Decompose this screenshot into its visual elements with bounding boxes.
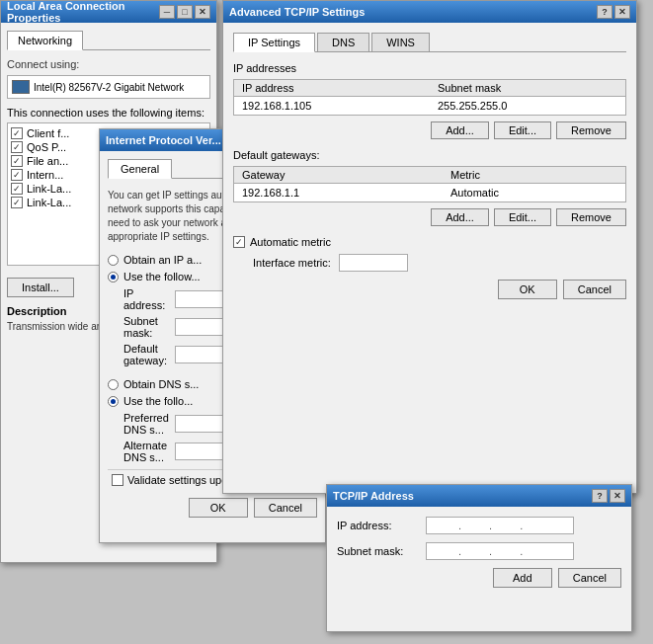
close-button[interactable]: ✕ xyxy=(195,5,210,19)
ipv4-cancel-button[interactable]: Cancel xyxy=(254,498,317,518)
advanced-title-bar: Advanced TCP/IP Settings ? ✕ xyxy=(223,1,636,23)
tcpip-add-cancel-row: Add Cancel xyxy=(337,568,621,588)
use-following-dns-label: Use the follo... xyxy=(123,395,193,407)
advanced-title-buttons: ? ✕ xyxy=(597,5,630,19)
gateway-actions: Add... Edit... Remove xyxy=(233,208,626,226)
table-row[interactable]: 192.168.1.105 255.255.255.0 xyxy=(234,97,626,116)
automatic-metric-checkbox[interactable] xyxy=(233,236,245,248)
tab-networking[interactable]: Networking xyxy=(7,31,83,50)
tcpip-add-button[interactable]: Add xyxy=(493,568,552,588)
connect-using-row: Intel(R) 82567V-2 Gigabit Network xyxy=(7,75,210,99)
adapter-name: Intel(R) 82567V-2 Gigabit Network xyxy=(34,82,184,93)
tcpip-subnet-input-group: . . . xyxy=(426,542,574,560)
tcpip-ip-label: IP address: xyxy=(337,520,426,531)
gw-edit-button[interactable]: Edit... xyxy=(494,208,551,226)
tcpip-cancel-button[interactable]: Cancel xyxy=(558,568,621,588)
tcpip-title-bar: TCP/IP Address ? ✕ xyxy=(327,485,631,507)
subnet-seg-1[interactable] xyxy=(431,545,458,557)
col-subnet-mask: Subnet mask xyxy=(430,80,626,97)
tcpip-ip-row: IP address: . . . xyxy=(337,517,621,534)
tab-general[interactable]: General xyxy=(108,159,172,179)
advanced-tcpip-window: Advanced TCP/IP Settings ? ✕ IP Settings… xyxy=(222,0,637,494)
auto-obtain-label: Obtain an IP a... xyxy=(123,254,202,266)
subnet-seg-3[interactable] xyxy=(492,545,520,557)
item-label-3: Intern... xyxy=(27,169,63,181)
ipv4-title: Internet Protocol Ver... xyxy=(106,134,221,146)
subnet-mask-label: Subnet mask: xyxy=(123,315,175,339)
automatic-metric-row: Automatic metric xyxy=(233,236,626,248)
item-checkbox-1[interactable] xyxy=(11,141,23,153)
validate-checkbox[interactable] xyxy=(112,474,123,486)
advanced-ok-button[interactable]: OK xyxy=(498,280,557,299)
install-button[interactable]: Install... xyxy=(7,278,74,297)
use-following-label: Use the follow... xyxy=(123,271,201,282)
item-checkbox-4[interactable] xyxy=(11,183,23,195)
ip-seg-3[interactable] xyxy=(492,520,520,531)
use-following-dns-radio[interactable] xyxy=(108,396,119,407)
nic-icon xyxy=(12,80,30,94)
tcpip-close-button[interactable]: ✕ xyxy=(610,489,625,503)
advanced-close-button[interactable]: ✕ xyxy=(614,5,630,19)
local-area-title-buttons: ─ □ ✕ xyxy=(159,5,210,19)
ip-addresses-label: IP addresses xyxy=(233,62,626,74)
tcpip-title: TCP/IP Address xyxy=(333,490,414,502)
ip-address-actions: Add... Edit... Remove xyxy=(233,121,626,139)
gateway-value: 192.168.1.1 xyxy=(234,184,444,202)
advanced-tab-bar: IP Settings DNS WINS xyxy=(233,33,626,52)
subnet-seg-2[interactable] xyxy=(461,545,489,557)
advanced-help-button[interactable]: ? xyxy=(597,5,612,19)
obtain-dns-radio[interactable] xyxy=(108,379,119,390)
tcpip-subnet-row: Subnet mask: . . . xyxy=(337,542,621,560)
preferred-dns-label: Preferred DNS s... xyxy=(123,412,175,436)
auto-obtain-radio[interactable] xyxy=(108,255,119,266)
tcpip-ip-input-group: . . . xyxy=(426,517,574,534)
minimize-button[interactable]: ─ xyxy=(159,5,175,19)
tcpip-title-buttons: ? ✕ xyxy=(592,489,625,503)
gw-add-button[interactable]: Add... xyxy=(431,208,489,226)
ip-add-button[interactable]: Add... xyxy=(431,121,489,139)
interface-metric-label: Interface metric: xyxy=(253,257,331,269)
gateways-table: Gateway Metric 192.168.1.1 Automatic xyxy=(233,166,626,202)
interface-metric-input[interactable] xyxy=(339,254,408,272)
table-row[interactable]: 192.168.1.1 Automatic xyxy=(234,184,626,202)
item-checkbox-5[interactable] xyxy=(11,197,23,208)
interface-metric-row: Interface metric: xyxy=(233,254,626,272)
item-label-2: File an... xyxy=(27,155,68,167)
ip-seg-1[interactable] xyxy=(431,520,458,531)
item-checkbox-3[interactable] xyxy=(11,169,23,181)
item-label-4: Link-La... xyxy=(27,183,71,195)
tcpip-help-button[interactable]: ? xyxy=(592,489,608,503)
default-gateway-label: Default gateway: xyxy=(123,343,175,366)
ip-edit-button[interactable]: Edit... xyxy=(494,121,551,139)
tcpip-subnet-label: Subnet mask: xyxy=(337,545,426,557)
advanced-ok-cancel-row: OK Cancel xyxy=(233,280,626,299)
item-checkbox-2[interactable] xyxy=(11,155,23,167)
ip-seg-4[interactable] xyxy=(523,520,550,531)
col-ip-address: IP address xyxy=(234,80,431,97)
local-area-tab-bar: Networking xyxy=(7,31,210,50)
ipv4-ok-cancel-row: OK Cancel xyxy=(108,498,317,518)
ip-remove-button[interactable]: Remove xyxy=(556,121,626,139)
local-area-title: Local Area Connection Properties xyxy=(7,0,159,24)
ip-value: 192.168.1.105 xyxy=(234,97,431,116)
subnet-value: 255.255.255.0 xyxy=(430,97,626,116)
gw-remove-button[interactable]: Remove xyxy=(556,208,626,226)
ip-seg-2[interactable] xyxy=(461,520,489,531)
automatic-metric-label: Automatic metric xyxy=(250,236,331,248)
tab-ip-settings[interactable]: IP Settings xyxy=(233,33,315,52)
ip-addresses-table: IP address Subnet mask 192.168.1.105 255… xyxy=(233,79,626,116)
advanced-title: Advanced TCP/IP Settings xyxy=(229,6,365,18)
item-label-5: Link-La... xyxy=(27,197,71,208)
advanced-cancel-button[interactable]: Cancel xyxy=(563,280,626,299)
item-label-1: QoS P... xyxy=(27,141,66,153)
item-checkbox-0[interactable] xyxy=(11,127,23,139)
connection-items-label: This connection uses the following items… xyxy=(7,107,210,119)
tab-dns[interactable]: DNS xyxy=(317,33,369,51)
maximize-button[interactable]: □ xyxy=(177,5,193,19)
use-following-radio[interactable] xyxy=(108,272,119,282)
subnet-seg-4[interactable] xyxy=(523,545,550,557)
tab-wins[interactable]: WINS xyxy=(371,33,430,51)
default-gateways-label: Default gateways: xyxy=(233,149,626,161)
ipv4-ok-button[interactable]: OK xyxy=(189,498,248,518)
ip-address-label: IP address: xyxy=(123,287,175,311)
